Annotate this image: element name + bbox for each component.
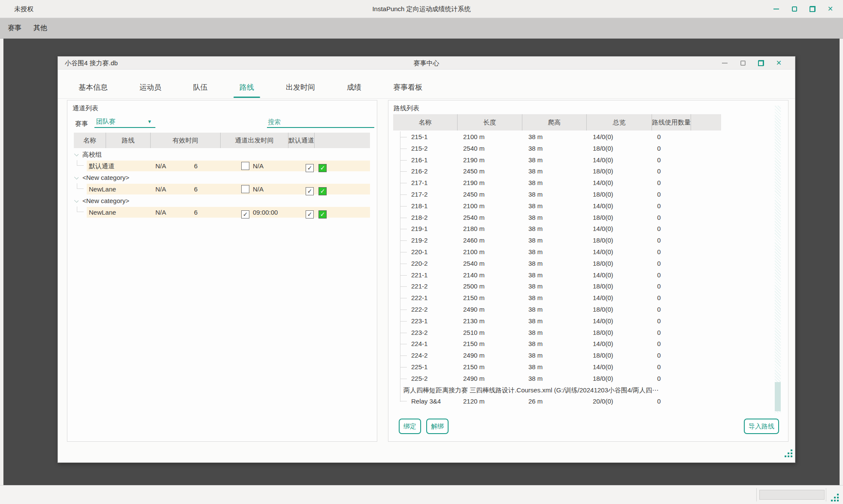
course-row[interactable]: 218-1 2100 m 38 m 14/0(0) 0 xyxy=(393,200,771,212)
course-row[interactable]: 218-2 2540 m 38 m 18/0(0) 0 xyxy=(393,212,771,224)
mdi-close-button[interactable]: ✕ xyxy=(776,60,782,67)
course-row[interactable]: 220-2 2540 m 38 m 18/0(0) 0 xyxy=(393,258,771,270)
tab-basic-info[interactable]: 基本信息 xyxy=(73,79,114,98)
course-overview: 18/0(0) xyxy=(593,212,613,224)
course-column-header[interactable]: 总览 xyxy=(587,114,652,131)
mdi-maximize-button[interactable] xyxy=(740,60,746,67)
lane-group-row[interactable]: <New category> xyxy=(74,195,370,206)
default-lane-checkbox[interactable] xyxy=(306,210,314,219)
bind-button[interactable]: 绑定 xyxy=(399,419,421,434)
course-row[interactable]: 219-2 2460 m 38 m 18/0(0) 0 xyxy=(393,235,771,246)
course-row[interactable]: 221-1 2140 m 38 m 14/0(0) 0 xyxy=(393,270,771,281)
course-row[interactable]: 215-2 2540 m 38 m 18/0(0) 0 xyxy=(393,143,771,155)
default-lane-active-icon xyxy=(318,210,327,219)
lane-group-label: 高校组 xyxy=(82,149,102,160)
tab-teams[interactable]: 队伍 xyxy=(187,79,214,98)
course-length: 2540 m xyxy=(463,212,485,224)
course-column-header[interactable]: 名称 xyxy=(393,114,458,131)
course-row[interactable]: 219-1 2180 m 38 m 14/0(0) 0 xyxy=(393,223,771,235)
course-overview: 18/0(0) xyxy=(593,373,613,385)
course-row[interactable]: 224-2 2490 m 38 m 18/0(0) 0 xyxy=(393,350,771,361)
chevron-down-icon[interactable] xyxy=(74,152,79,156)
lane-column-header[interactable]: 默认通道 xyxy=(288,133,315,148)
tab-courses[interactable]: 路线 xyxy=(233,79,260,98)
app-minimize-button[interactable] xyxy=(773,6,779,12)
tab-start-times[interactable]: 出发时间 xyxy=(280,79,321,98)
relay-course-row[interactable]: Relay 3&4 2120 m 26 m 20/0(0) 0 xyxy=(393,396,771,407)
app-close-button[interactable]: ✕ xyxy=(827,6,834,12)
chevron-down-icon[interactable] xyxy=(74,198,79,203)
tree-branch-icon xyxy=(400,396,407,401)
app-maximize-button[interactable] xyxy=(791,6,798,12)
course-row[interactable]: 224-1 2150 m 38 m 14/0(0) 0 xyxy=(393,338,771,350)
course-overview: 18/0(0) xyxy=(593,235,613,246)
course-row[interactable]: 217-2 2450 m 38 m 18/0(0) 0 xyxy=(393,189,771,200)
course-row[interactable]: 225-2 2490 m 38 m 18/0(0) 0 xyxy=(393,373,771,385)
course-row[interactable]: 215-1 2100 m 38 m 14/0(0) 0 xyxy=(393,131,771,143)
course-column-header[interactable]: 爬高 xyxy=(522,114,587,131)
course-column-header[interactable]: 长度 xyxy=(458,114,522,131)
lane-name: NewLane xyxy=(89,183,116,195)
lane-route: N/A xyxy=(155,183,166,195)
chevron-down-icon[interactable] xyxy=(74,175,79,179)
course-length: 2180 m xyxy=(463,223,485,235)
start-time-checkbox[interactable] xyxy=(241,162,249,170)
app-restore-button[interactable] xyxy=(809,6,816,12)
course-row[interactable]: 216-2 2450 m 38 m 18/0(0) 0 xyxy=(393,166,771,177)
close-icon: ✕ xyxy=(828,6,833,12)
import-courses-button[interactable]: 导入路线 xyxy=(744,419,779,434)
course-row[interactable]: 216-1 2190 m 38 m 14/0(0) 0 xyxy=(393,155,771,166)
course-row[interactable]: 217-1 2190 m 38 m 14/0(0) 0 xyxy=(393,177,771,189)
tab-event-board[interactable]: 赛事看板 xyxy=(387,79,428,98)
start-time-checkbox[interactable] xyxy=(241,210,249,219)
course-row[interactable]: 221-2 2500 m 38 m 18/0(0) 0 xyxy=(393,281,771,292)
course-row[interactable]: 225-1 2150 m 38 m 14/0(0) 0 xyxy=(393,361,771,373)
menu-item-event[interactable]: 赛事 xyxy=(7,22,22,34)
course-scrollbar[interactable] xyxy=(775,106,781,413)
course-row[interactable]: 223-2 2510 m 38 m 18/0(0) 0 xyxy=(393,327,771,339)
course-name: 217-1 xyxy=(411,177,428,189)
mdi-minimize-button[interactable] xyxy=(722,60,728,67)
lane-group-row[interactable]: <New category> xyxy=(74,172,370,183)
course-row[interactable]: 222-1 2150 m 38 m 14/0(0) 0 xyxy=(393,292,771,304)
mdi-titlebar[interactable]: 小谷围4 接力赛.db 赛事中心 ✕ xyxy=(58,57,795,70)
course-file-row[interactable]: 两人四棒短距离接力赛 三四棒线路设计.Courses.xml (G:/训练/20… xyxy=(393,385,771,396)
application-window: 未授权 InstaPunch 定向运动成绩统计系统 ✕ 赛事 其他 小谷围4 接… xyxy=(0,0,843,504)
course-climb: 38 m xyxy=(528,246,543,258)
event-dropdown[interactable]: 团队赛 ▼ xyxy=(94,116,155,128)
mdi-restore-button[interactable] xyxy=(758,60,764,67)
course-row[interactable]: 223-1 2130 m 38 m 14/0(0) 0 xyxy=(393,316,771,327)
default-lane-checkbox[interactable] xyxy=(306,187,314,195)
lane-route: N/A xyxy=(155,206,166,218)
lane-valid-time: 6 xyxy=(194,206,197,218)
lane-column-header[interactable]: 路线 xyxy=(106,133,151,148)
menu-item-other[interactable]: 其他 xyxy=(33,22,48,34)
lane-column-header[interactable]: 名称 xyxy=(74,133,106,148)
course-row[interactable]: 222-2 2490 m 38 m 18/0(0) 0 xyxy=(393,304,771,316)
course-column-header[interactable]: 路线使用数量 xyxy=(652,114,691,131)
course-name: 218-2 xyxy=(411,212,428,224)
lane-group-row[interactable]: 高校组 xyxy=(74,149,370,160)
app-resize-grip[interactable] xyxy=(830,493,840,502)
course-climb: 38 m xyxy=(528,200,543,212)
lane-column-header[interactable]: 通道出发时间 xyxy=(221,133,288,148)
start-time-checkbox[interactable] xyxy=(241,185,249,193)
scrollbar-thumb[interactable] xyxy=(775,382,781,411)
lane-row[interactable]: NewLane N/A 6 09:00:00 xyxy=(74,206,370,218)
default-lane-checkbox[interactable] xyxy=(306,164,314,172)
lane-row[interactable]: NewLane N/A 6 N/A xyxy=(74,183,370,195)
unbind-button[interactable]: 解绑 xyxy=(426,419,449,434)
event-center-window: 小谷围4 接力赛.db 赛事中心 ✕ 基本信息 运动员 队伍 路线 出发时间 成… xyxy=(58,56,795,463)
mdi-resize-grip[interactable] xyxy=(784,449,793,458)
course-row[interactable]: 220-1 2100 m 38 m 14/0(0) 0 xyxy=(393,246,771,258)
lane-column-header[interactable]: 有效时间 xyxy=(151,133,221,148)
lane-search-input[interactable] xyxy=(267,116,374,128)
statusbar-separator xyxy=(826,488,826,501)
tab-athletes[interactable]: 运动员 xyxy=(133,79,167,98)
course-table-header: 名称长度爬高总览路线使用数量 xyxy=(393,114,721,131)
course-name: 219-1 xyxy=(411,223,428,235)
tab-results[interactable]: 成绩 xyxy=(341,79,367,98)
course-length: 2490 m xyxy=(463,373,485,385)
lane-row[interactable]: 默认通道 N/A 6 N/A xyxy=(74,160,370,172)
course-name: 216-1 xyxy=(411,155,428,166)
